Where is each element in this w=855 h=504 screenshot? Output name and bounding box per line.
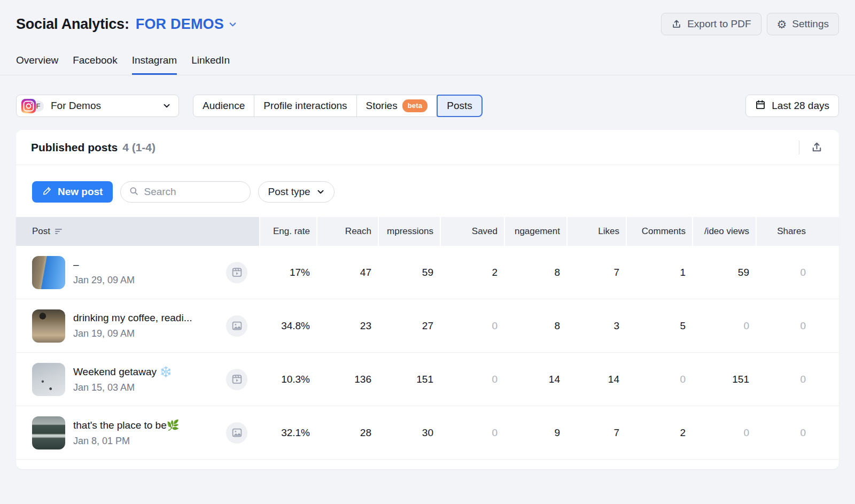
export-table-button[interactable]: [810, 140, 824, 154]
panel-header: Published posts 4 (1-4): [16, 130, 839, 165]
instagram-icon: [21, 99, 36, 113]
profile-select[interactable]: F For Demos: [16, 95, 179, 117]
top-bar: Social Analytics: FOR DEMOS Export to PD…: [16, 0, 839, 35]
new-post-button[interactable]: New post: [32, 181, 113, 203]
segment-posts-label: Posts: [447, 100, 472, 112]
cell-eng-rate: 32.1%: [259, 427, 316, 439]
column-header-likes: Likes: [566, 217, 626, 246]
table-row[interactable]: Weekend getaway ❄️ Jan 15, 03 AM 10.3% 1…: [16, 353, 839, 406]
calendar-icon: [755, 99, 766, 113]
cell-reach: 28: [316, 427, 378, 439]
column-header-shares: Shares: [756, 217, 839, 246]
export-to-pdf-label: Export to PDF: [687, 18, 751, 30]
search-input[interactable]: [144, 186, 242, 198]
column-header-saved: Saved: [440, 217, 504, 246]
beta-badge: beta: [402, 99, 428, 112]
segment-audience[interactable]: Audience: [193, 95, 254, 117]
segment-stories[interactable]: Stories beta: [356, 95, 438, 117]
chevron-down-icon: [316, 188, 325, 196]
cell-saved: 2: [440, 267, 504, 278]
sort-icon: [55, 229, 62, 234]
table-row[interactable]: drinking my coffee, readi... Jan 19, 09 …: [16, 299, 839, 353]
cell-engagement: 8: [504, 320, 566, 332]
published-posts-panel: Published posts 4 (1-4) New post: [16, 130, 839, 469]
panel-title: Published posts: [31, 141, 118, 154]
cell-likes: 14: [566, 374, 626, 385]
cell-video-views: 59: [692, 267, 756, 278]
post-thumbnail[interactable]: [32, 309, 65, 343]
reel-icon: [226, 262, 247, 283]
new-post-label: New post: [58, 186, 103, 198]
tab-linkedin[interactable]: LinkedIn: [191, 55, 230, 75]
tab-facebook[interactable]: Facebook: [73, 55, 117, 75]
cell-shares: 0: [756, 267, 839, 278]
panel-count: 4 (1-4): [122, 141, 156, 154]
table-row[interactable]: – Jan 29, 09 AM 17% 47 59 2 8 7 1 59 0: [16, 246, 839, 299]
report-segmented-control: Audience Profile interactions Stories be…: [193, 95, 483, 117]
segment-posts[interactable]: Posts: [437, 95, 483, 117]
cell-engagement: 8: [504, 267, 566, 278]
table-row[interactable]: that's the place to be🌿 Jan 8, 01 PM 32.…: [16, 406, 839, 460]
post-thumbnail[interactable]: [32, 256, 65, 289]
column-header-post[interactable]: Post: [16, 217, 259, 246]
post-type-dropdown[interactable]: Post type: [258, 181, 334, 203]
cell-comments: 0: [626, 374, 692, 385]
account-dropdown-link[interactable]: FOR DEMOS: [136, 16, 237, 33]
cell-comments: 1: [626, 267, 692, 278]
cell-reach: 47: [316, 267, 378, 278]
date-range-label: Last 28 days: [772, 100, 829, 112]
column-header-post-label: Post: [32, 226, 50, 237]
table-header-row: Post Eng. rate Reach mpressions Saved ng…: [16, 217, 839, 246]
posts-toolbar: New post Post type: [16, 165, 839, 217]
reel-icon: [226, 369, 247, 390]
tab-instagram[interactable]: Instagram: [132, 55, 177, 75]
social-analytics-page: Social Analytics: FOR DEMOS Export to PD…: [0, 0, 855, 75]
post-title[interactable]: that's the place to be🌿: [73, 419, 179, 431]
tab-overview[interactable]: Overview: [16, 55, 58, 75]
cell-reach: 23: [316, 320, 378, 332]
cell-likes: 3: [566, 320, 626, 332]
profile-select-value: For Demos: [51, 100, 101, 112]
search-icon: [129, 186, 139, 198]
cell-saved: 0: [440, 320, 504, 332]
cell-impressions: 59: [378, 267, 440, 278]
cell-likes: 7: [566, 427, 626, 439]
settings-button[interactable]: ⚙ Settings: [767, 13, 839, 35]
export-to-pdf-button[interactable]: Export to PDF: [661, 13, 761, 35]
cell-video-views: 151: [692, 374, 756, 385]
settings-label: Settings: [792, 18, 829, 30]
segment-stories-label: Stories: [366, 100, 398, 112]
cell-engagement: 14: [504, 374, 566, 385]
column-header-comments: Comments: [626, 217, 692, 246]
post-cell: that's the place to be🌿 Jan 8, 01 PM: [16, 416, 259, 449]
photo-icon: [226, 422, 247, 444]
cell-shares: 0: [756, 427, 839, 439]
column-header-video-views: /ideo views: [692, 217, 756, 246]
cell-impressions: 27: [378, 320, 440, 332]
post-title[interactable]: Weekend getaway ❄️: [73, 366, 172, 378]
post-title[interactable]: drinking my coffee, readi...: [73, 312, 192, 324]
cell-reach: 136: [316, 374, 378, 385]
cell-saved: 0: [440, 427, 504, 439]
channel-tabs: Overview Facebook Instagram LinkedIn: [16, 55, 839, 75]
post-date: Jan 29, 09 AM: [73, 275, 135, 286]
post-type-label: Post type: [268, 186, 310, 198]
post-thumbnail[interactable]: [32, 363, 65, 396]
cell-saved: 0: [440, 374, 504, 385]
date-range-button[interactable]: Last 28 days: [745, 95, 839, 117]
post-thumbnail[interactable]: [32, 416, 65, 449]
cell-impressions: 151: [378, 374, 440, 385]
post-date: Jan 8, 01 PM: [73, 436, 179, 447]
post-cell: drinking my coffee, readi... Jan 19, 09 …: [16, 309, 259, 343]
chevron-down-icon: [162, 102, 171, 110]
column-header-engagement: ngagement: [504, 217, 566, 246]
column-header-eng-rate: Eng. rate: [259, 217, 316, 246]
cell-eng-rate: 10.3%: [259, 374, 316, 385]
export-icon: [671, 19, 682, 29]
segment-profile-interactions[interactable]: Profile interactions: [254, 95, 356, 117]
cell-comments: 5: [626, 320, 692, 332]
post-title[interactable]: –: [73, 259, 135, 270]
divider: [799, 141, 799, 154]
filter-controls: F For Demos Audience Profile interaction…: [16, 95, 839, 117]
cell-impressions: 30: [378, 427, 440, 439]
